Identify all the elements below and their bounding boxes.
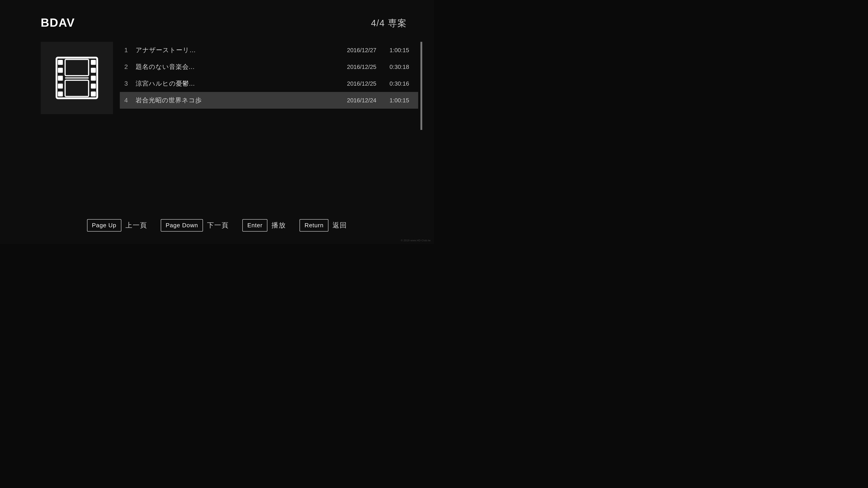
svg-rect-8 [91,76,96,80]
page-down-label: 下一頁 [207,221,229,230]
svg-rect-9 [91,84,96,89]
page-up-button[interactable]: Page Up [87,219,121,232]
enter-button[interactable]: Enter [242,219,268,232]
svg-rect-7 [91,68,96,73]
item-number: 3 [124,80,135,87]
list-item[interactable]: 3 涼宮ハルヒの憂鬱... 2016/12/25 0:30:16 [120,75,418,92]
item-date: 2016/12/27 [339,47,384,54]
film-icon [54,55,99,101]
return-button[interactable]: Return [300,219,329,232]
enter-group: Enter 播放 [242,219,286,232]
enter-label: 播放 [272,221,286,230]
item-number: 2 [124,63,135,70]
svg-rect-5 [58,92,63,96]
content-list: 1 アナザーストーリ… 2016/12/27 1:00:15 2 題名のない音楽… [120,42,418,109]
svg-rect-2 [58,68,63,73]
return-label: 返回 [333,221,347,230]
page-down-group: Page Down 下一頁 [161,219,229,232]
item-date: 2016/12/25 [339,80,384,87]
svg-rect-6 [91,60,96,65]
item-date: 2016/12/25 [339,64,384,70]
watermark: © 2019 www.HD-Club.tw [401,239,431,242]
item-title: 岩合光昭の世界ネコ歩 [135,96,339,105]
item-number: 4 [124,97,135,104]
list-item[interactable]: 4 岩合光昭の世界ネコ歩 2016/12/24 1:00:15 [120,92,418,109]
item-date: 2016/12/24 [339,97,384,104]
item-title: アナザーストーリ… [135,46,339,55]
scrollbar-thumb [421,42,422,130]
page-title: BDAV [41,16,75,29]
thumbnail-area [41,42,113,114]
item-duration: 1:00:15 [384,47,414,54]
item-duration: 0:30:18 [384,64,414,70]
svg-rect-11 [65,59,89,76]
item-title: 涼宮ハルヒの憂鬱... [135,79,339,88]
list-item[interactable]: 2 題名のない音楽会... 2016/12/25 0:30:18 [120,59,418,75]
item-title: 題名のない音楽会... [135,63,339,71]
svg-rect-1 [58,60,63,65]
page-up-label: 上一頁 [125,221,147,230]
svg-rect-10 [91,92,96,96]
page-counter: 4/4 専案 [371,17,407,29]
list-item[interactable]: 1 アナザーストーリ… 2016/12/27 1:00:15 [120,42,418,59]
page-down-button[interactable]: Page Down [161,219,203,232]
return-group: Return 返回 [300,219,347,232]
page-up-group: Page Up 上一頁 [87,219,147,232]
scrollbar-track [421,42,422,130]
svg-rect-3 [58,76,63,80]
svg-rect-12 [65,80,89,96]
item-duration: 0:30:16 [384,80,414,87]
item-duration: 1:00:15 [384,97,414,104]
item-number: 1 [124,46,135,54]
bottom-bar: Page Up 上一頁 Page Down 下一頁 Enter 播放 Retur… [0,219,434,232]
svg-rect-4 [58,84,63,89]
